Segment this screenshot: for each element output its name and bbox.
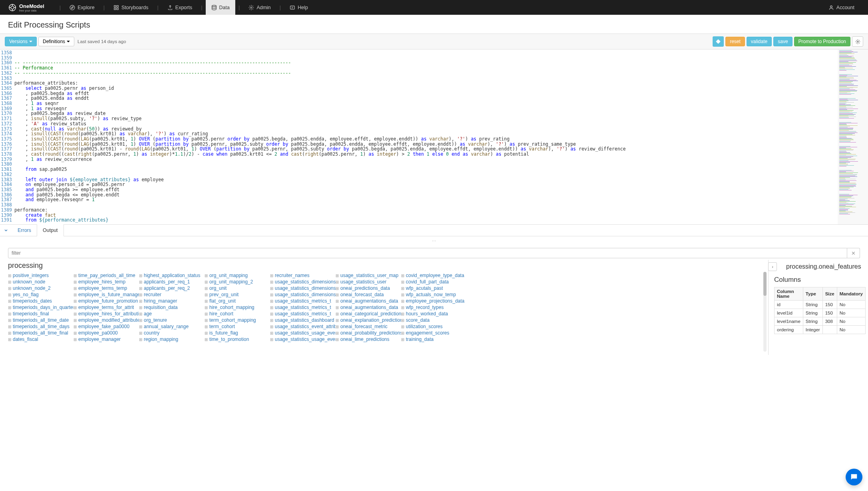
- processing-item[interactable]: ⊞timeperiods_final: [8, 311, 73, 317]
- filter-clear-button[interactable]: ✕: [847, 248, 860, 258]
- processing-item[interactable]: ⊞training_data: [401, 336, 467, 343]
- processing-item[interactable]: ⊞covid_full_part_data: [401, 279, 467, 285]
- processing-item[interactable]: ⊞requisition_data: [139, 304, 205, 311]
- processing-item[interactable]: ⊞age: [139, 311, 205, 317]
- processing-item[interactable]: ⊞usage_statistics_event_attribution: [270, 323, 336, 330]
- processing-item[interactable]: ⊞employee_terms_for_attrit: [73, 304, 139, 311]
- processing-scrollbar[interactable]: [763, 272, 767, 352]
- definitions-dropdown[interactable]: Definitions: [38, 37, 74, 46]
- processing-item[interactable]: ⊞score_data: [401, 317, 467, 323]
- processing-item[interactable]: ⊞region_mapping: [139, 336, 205, 343]
- processing-item[interactable]: ⊞oneai_lime_predictions: [336, 336, 401, 343]
- processing-item[interactable]: ⊞employee_future_promotion: [73, 298, 139, 304]
- reset-button[interactable]: reset: [725, 37, 745, 46]
- versions-dropdown[interactable]: Versions: [5, 37, 37, 46]
- drag-handle[interactable]: ⋯: [5, 239, 863, 244]
- processing-item[interactable]: ⊞oneai_augmentations_data: [336, 298, 401, 304]
- processing-item[interactable]: ⊞wfp_actuals_now_temp: [401, 291, 467, 298]
- code-content[interactable]: -- -------------------------------------…: [14, 49, 838, 224]
- table-row[interactable]: level1idString150No: [775, 309, 866, 317]
- processing-item[interactable]: ⊞usage_statistics_dimensions: [270, 285, 336, 291]
- processing-item[interactable]: ⊞flat_org_unit: [205, 298, 270, 304]
- processing-item[interactable]: ⊞term_cohort: [205, 323, 270, 330]
- processing-item[interactable]: ⊞oneai_explanation_predictions: [336, 317, 401, 323]
- processing-item[interactable]: ⊞timeperiods_all_time_date: [8, 317, 73, 323]
- processing-item[interactable]: ⊞usage_statistics_dimensions: [270, 279, 336, 285]
- processing-item[interactable]: ⊞oneai_forecast_data: [336, 291, 401, 298]
- processing-item[interactable]: ⊞usage_statistics_user_map: [336, 272, 401, 279]
- processing-item[interactable]: ⊞yes_no_flag: [8, 291, 73, 298]
- processing-item[interactable]: ⊞usage_statistics_metrics_t: [270, 311, 336, 317]
- processing-item[interactable]: ⊞wfp_record_types: [401, 304, 467, 311]
- processing-item[interactable]: ⊞annual_salary_range: [139, 323, 205, 330]
- processing-item[interactable]: ⊞unknown_node_2: [8, 285, 73, 291]
- processing-item[interactable]: ⊞dates_fiscal: [8, 336, 73, 343]
- processing-item[interactable]: ⊞applicants_per_req_1: [139, 279, 205, 285]
- promote-button[interactable]: Promote to Production: [794, 37, 850, 46]
- processing-item[interactable]: ⊞is_future_flag: [205, 330, 270, 336]
- processing-item[interactable]: ⊞term_cohort_mapping: [205, 317, 270, 323]
- validate-button[interactable]: validate: [747, 37, 772, 46]
- minimap[interactable]: [838, 49, 868, 224]
- processing-item[interactable]: ⊞hire_cohort_mapping: [205, 304, 270, 311]
- processing-item[interactable]: ⊞oneai_probability_predictions: [336, 330, 401, 336]
- processing-item[interactable]: ⊞org_unit: [205, 285, 270, 291]
- table-row[interactable]: orderingIntegerNo: [775, 326, 866, 334]
- processing-item[interactable]: ⊞timeperiods_days_in_quarter: [8, 304, 73, 311]
- processing-item[interactable]: ⊞usage_statistics_usage_events: [270, 330, 336, 336]
- processing-item[interactable]: ⊞recruiter_names: [270, 272, 336, 279]
- processing-item[interactable]: ⊞usage_statistics_user: [336, 279, 401, 285]
- processing-item[interactable]: ⊞oneai_categorical_predictions: [336, 311, 401, 317]
- processing-item[interactable]: ⊞oneai_augmentations_data: [336, 304, 401, 311]
- settings-button[interactable]: [852, 36, 863, 47]
- processing-item[interactable]: ⊞utilization_scores: [401, 323, 467, 330]
- processing-item[interactable]: ⊞employee_pa0000: [73, 330, 139, 336]
- processing-item[interactable]: ⊞employee_manager: [73, 336, 139, 343]
- processing-item[interactable]: ⊞covid_employee_type_data: [401, 272, 467, 279]
- processing-item[interactable]: ⊞usage_statistics_metrics_t: [270, 298, 336, 304]
- processing-item[interactable]: ⊞employee_fake_pa0000: [73, 323, 139, 330]
- processing-item[interactable]: ⊞engagement_scores: [401, 330, 467, 336]
- processing-item[interactable]: ⊞org_unit_mapping_2: [205, 279, 270, 285]
- nav-exports[interactable]: Exports: [162, 0, 198, 15]
- processing-item[interactable]: ⊞positive_integers: [8, 272, 73, 279]
- processing-item[interactable]: ⊞wfp_acutals_past: [401, 285, 467, 291]
- nav-explore[interactable]: Explore: [64, 0, 100, 15]
- processing-item[interactable]: ⊞employee_projections_data: [401, 298, 467, 304]
- processing-item[interactable]: ⊞usage_statistics_dashboard: [270, 317, 336, 323]
- processing-item[interactable]: ⊞hours_worked_data: [401, 311, 467, 317]
- filter-input[interactable]: [8, 248, 847, 258]
- logo[interactable]: OneModel free your data: [8, 3, 44, 12]
- processing-item[interactable]: ⊞usage_statistics_metrics_t: [270, 304, 336, 311]
- processing-item[interactable]: ⊞applicants_per_req_2: [139, 285, 205, 291]
- processing-item[interactable]: ⊞employee_hires_for_attribution: [73, 311, 139, 317]
- nav-admin[interactable]: Admin: [243, 0, 276, 15]
- nav-help[interactable]: Help: [284, 0, 314, 15]
- processing-item[interactable]: ⊞oneai_predictions_data: [336, 285, 401, 291]
- processing-item[interactable]: ⊞time_to_promotion: [205, 336, 270, 343]
- processing-item[interactable]: ⊞employee_hires_temp: [73, 279, 139, 285]
- nav-data[interactable]: Data: [206, 0, 235, 15]
- processing-item[interactable]: ⊞org_unit_mapping: [205, 272, 270, 279]
- tab-errors[interactable]: Errors: [12, 224, 37, 236]
- processing-item[interactable]: ⊞employee_is_future_manager: [73, 291, 139, 298]
- nav-account[interactable]: Account: [823, 0, 860, 15]
- columns-toggle[interactable]: ›: [768, 262, 777, 271]
- collapse-toggle[interactable]: [0, 228, 12, 233]
- processing-item[interactable]: ⊞org_tenure: [139, 317, 205, 323]
- processing-item[interactable]: ⊞usage_statistics_dimensions: [270, 291, 336, 298]
- tab-output[interactable]: Output: [37, 224, 64, 236]
- table-row[interactable]: level1nameString308No: [775, 317, 866, 326]
- processing-item[interactable]: ⊞highest_application_status: [139, 272, 205, 279]
- processing-item[interactable]: ⊞timeperiods_all_time_days: [8, 323, 73, 330]
- processing-item[interactable]: ⊞employee_terms_temp: [73, 285, 139, 291]
- processing-item[interactable]: ⊞country: [139, 330, 205, 336]
- processing-item[interactable]: ⊞timeperiods_all_time_final: [8, 330, 73, 336]
- processing-item[interactable]: ⊞hire_cohort: [205, 311, 270, 317]
- processing-item[interactable]: ⊞usage_statistics_usage_events: [270, 336, 336, 343]
- processing-item[interactable]: ⊞unknown_node: [8, 279, 73, 285]
- nav-storyboards[interactable]: Storyboards: [108, 0, 154, 15]
- processing-item[interactable]: ⊞timeperiods_dates: [8, 298, 73, 304]
- processing-item[interactable]: ⊞prev_org_unit: [205, 291, 270, 298]
- diamond-button[interactable]: [713, 36, 724, 47]
